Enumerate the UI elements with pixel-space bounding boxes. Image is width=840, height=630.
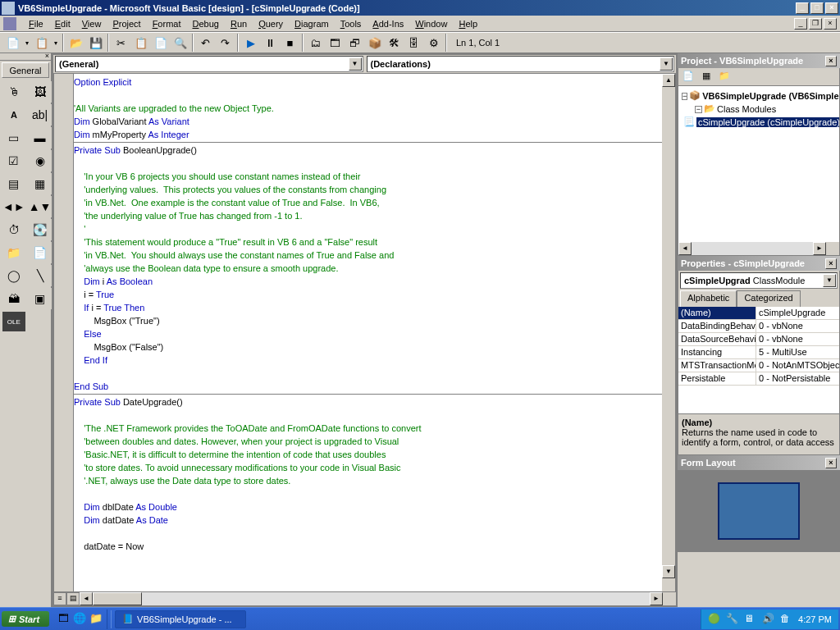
ie-button[interactable]: 🌐 xyxy=(72,612,87,627)
properties-grid[interactable]: (Name)cSimpleUpgradeDataBindingBehavior0… xyxy=(678,307,839,413)
minimize-button[interactable]: _ xyxy=(796,2,809,14)
scroll-right-button[interactable]: ► xyxy=(650,592,663,605)
tray-icon[interactable]: 🔧 xyxy=(726,613,739,626)
dropdown-icon[interactable]: ▾ xyxy=(23,39,31,47)
menu-edit[interactable]: Edit xyxy=(49,17,76,30)
vertical-scrollbar[interactable]: ▲ ▼ xyxy=(662,74,675,591)
redo-button[interactable]: ↷ xyxy=(216,34,235,52)
mdi-minimize-button[interactable]: _ xyxy=(794,18,807,30)
checkbox-tool[interactable]: ☑ xyxy=(2,150,26,171)
data-tool[interactable]: ▣ xyxy=(28,288,52,309)
explorer-button[interactable]: 📁 xyxy=(89,612,103,627)
menu-debug[interactable]: Debug xyxy=(186,17,224,30)
commandbutton-tool[interactable]: ▬ xyxy=(28,127,52,148)
view-code-button[interactable]: 📄 xyxy=(680,70,696,84)
undo-button[interactable]: ↶ xyxy=(196,34,215,52)
pointer-tool[interactable]: 🖰 xyxy=(2,81,26,103)
hscrollbar-tool[interactable]: ◄► xyxy=(2,196,26,217)
add-project-button[interactable]: 📄 xyxy=(3,34,22,52)
cut-button[interactable]: ✂ xyxy=(112,34,130,52)
picturebox-tool[interactable]: 🖼 xyxy=(28,81,52,103)
run-button[interactable]: ▶ xyxy=(241,34,260,52)
tray-recycle-icon[interactable]: 🗑 xyxy=(780,613,793,626)
combobox-tool[interactable]: ▤ xyxy=(2,173,26,194)
scroll-left-button[interactable]: ◄ xyxy=(80,592,93,605)
property-row[interactable]: DataSourceBehavior0 - vbNone xyxy=(678,333,839,346)
object-browser-button[interactable]: 📦 xyxy=(365,34,384,52)
optionbutton-tool[interactable]: ◉ xyxy=(28,150,52,171)
dropdown-icon[interactable]: ▼ xyxy=(823,274,836,287)
tray-icon[interactable]: 🔊 xyxy=(762,613,775,626)
start-button[interactable]: ⊞ Start xyxy=(2,611,49,627)
tray-icon[interactable]: 🟢 xyxy=(708,613,721,626)
toolbox-button[interactable]: 🛠 xyxy=(385,34,404,52)
procedure-view-button[interactable]: ≡ xyxy=(53,592,66,605)
frame-tool[interactable]: ▭ xyxy=(2,127,26,148)
view-object-button[interactable]: ▦ xyxy=(698,70,714,84)
panel-close-button[interactable]: × xyxy=(825,258,837,269)
line-tool[interactable]: ╲ xyxy=(28,265,52,286)
copy-button[interactable]: 📋 xyxy=(131,34,150,52)
component-manager-button[interactable]: ⚙ xyxy=(424,34,443,52)
form-layout-area[interactable] xyxy=(678,470,840,552)
save-button[interactable]: 💾 xyxy=(86,34,105,52)
scroll-up-button[interactable]: ▲ xyxy=(662,74,675,87)
dropdown-icon[interactable]: ▼ xyxy=(660,57,673,71)
label-tool[interactable]: A xyxy=(2,104,26,126)
code-editor[interactable]: Option Explicit 'All Variants are upgrad… xyxy=(74,74,662,591)
scroll-left-button[interactable]: ◄ xyxy=(678,242,692,255)
taskbar-clock[interactable]: 4:27 PM xyxy=(798,614,832,624)
property-row[interactable]: Instancing5 - MultiUse xyxy=(678,346,839,359)
project-tree[interactable]: −📦VB6SimpleUpgrade (VB6SimpleUpgrade) −📂… xyxy=(678,86,839,242)
scroll-right-button[interactable]: ► xyxy=(813,242,826,255)
dirlistbox-tool[interactable]: 📁 xyxy=(2,242,26,263)
taskbar-app-button[interactable]: 📘 VB6SimpleUpgrade - ... xyxy=(115,610,246,628)
menu-project[interactable]: Project xyxy=(107,17,146,30)
toolbox-close-button[interactable]: × xyxy=(0,53,51,61)
property-row[interactable]: Persistable0 - NotPersistable xyxy=(678,372,839,386)
panel-close-button[interactable]: × xyxy=(825,56,837,66)
show-desktop-button[interactable]: 🗔 xyxy=(56,612,71,627)
tree-project-node[interactable]: −📦VB6SimpleUpgrade (VB6SimpleUpgrade) xyxy=(682,89,836,103)
toggle-folders-button[interactable]: 📁 xyxy=(716,70,733,84)
toolbox-header[interactable]: General xyxy=(2,62,49,78)
full-view-button[interactable]: ▤ xyxy=(66,592,80,605)
panel-close-button[interactable]: × xyxy=(825,458,837,468)
menu-tools[interactable]: Tools xyxy=(335,17,368,30)
scroll-thumb[interactable] xyxy=(93,592,142,605)
tree-folder-node[interactable]: −📂Class Modules xyxy=(682,103,836,116)
menu-window[interactable]: Window xyxy=(409,17,453,30)
tray-icon[interactable]: 🖥 xyxy=(744,613,757,626)
project-explorer-button[interactable]: 🗂 xyxy=(306,34,325,52)
timer-tool[interactable]: ⏱ xyxy=(2,219,26,240)
menu-run[interactable]: Run xyxy=(225,17,253,30)
menu-diagram[interactable]: Diagram xyxy=(289,17,335,30)
menu-help[interactable]: Help xyxy=(453,17,483,30)
open-button[interactable]: 📂 xyxy=(66,34,85,52)
horizontal-scrollbar[interactable]: ◄ ► xyxy=(80,592,663,605)
menu-add-ins[interactable]: Add-Ins xyxy=(367,17,409,30)
add-form-button[interactable]: 📋 xyxy=(32,34,51,52)
dropdown-icon[interactable]: ▼ xyxy=(349,57,362,71)
object-combo[interactable]: (General)▼ xyxy=(55,56,363,72)
find-button[interactable]: 🔍 xyxy=(171,34,189,52)
properties-object-combo[interactable]: cSimpleUpgrad ClassModule▼ xyxy=(680,272,838,289)
mdi-close-button[interactable]: × xyxy=(824,18,837,30)
listbox-tool[interactable]: ▦ xyxy=(28,173,52,194)
dropdown-icon[interactable]: ▾ xyxy=(52,39,60,47)
close-button[interactable]: × xyxy=(825,2,838,14)
drivelistbox-tool[interactable]: 💽 xyxy=(28,219,52,240)
image-tool[interactable]: 🏔 xyxy=(2,288,26,309)
tree-class-node[interactable]: 📃cSimpleUpgrade (cSimpleUpgrade) xyxy=(682,116,836,129)
menu-file[interactable]: File xyxy=(23,17,49,30)
menu-query[interactable]: Query xyxy=(253,17,289,30)
property-row[interactable]: DataBindingBehavior0 - vbNone xyxy=(678,320,839,333)
stop-button[interactable]: ■ xyxy=(281,34,299,52)
ole-tool[interactable]: OLE xyxy=(2,311,26,332)
restore-button[interactable]: □ xyxy=(810,2,824,14)
paste-button[interactable]: 📄 xyxy=(151,34,170,52)
filelistbox-tool[interactable]: 📄 xyxy=(28,242,52,263)
menu-format[interactable]: Format xyxy=(147,17,187,30)
scroll-down-button[interactable]: ▼ xyxy=(662,565,675,578)
mdi-restore-button[interactable]: ❐ xyxy=(809,18,822,30)
